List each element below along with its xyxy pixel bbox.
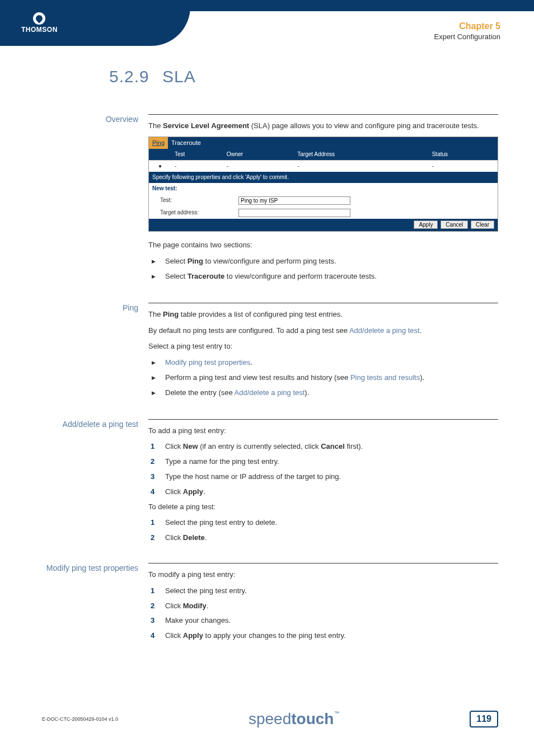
- list-item: 2Type a name for the ping test entry.: [148, 456, 498, 468]
- modify-steps: 1Select the ping test entry. 2Click Modi…: [148, 585, 498, 642]
- section-name: SLA: [162, 67, 196, 86]
- ping-table: Test Owner Target Address Status ● - - -…: [149, 149, 498, 172]
- th-status: Status: [429, 149, 498, 161]
- cell-owner: -: [223, 161, 294, 172]
- label-test: Test:: [160, 196, 238, 205]
- overview-bullets: Select Ping to view/configure and perfor…: [148, 256, 498, 283]
- table-row[interactable]: ● - - - -: [149, 161, 498, 172]
- del-steps: 1Select the ping test entry to delete. 2…: [148, 517, 498, 544]
- side-label-modify: Modify ping test properties: [42, 563, 148, 645]
- instruction-bar: Specify following properties and click '…: [149, 172, 498, 183]
- modify-intro: To modify a ping test entry:: [148, 569, 498, 581]
- th-owner: Owner: [223, 149, 294, 161]
- brand: speedtouch™: [249, 710, 340, 728]
- section-modify: Modify ping test properties To modify a …: [42, 563, 498, 645]
- chapter-subtitle: Expert Configuration: [434, 32, 500, 41]
- add-intro: To add a ping test entry:: [148, 425, 498, 437]
- doc-id: E-DOC-CTC-20050429-0104 v1.0: [42, 716, 118, 722]
- cell-status: -: [429, 161, 498, 172]
- section-adddelete: Add/delete a ping test To add a ping tes…: [42, 419, 498, 547]
- side-label-ping: Ping: [42, 303, 148, 403]
- chapter-block: Chapter 5 Expert Configuration: [434, 21, 500, 41]
- overview-body: The Service Level Agreement (SLA) page a…: [148, 114, 498, 287]
- button-row: Apply Cancel Clear: [149, 219, 498, 231]
- page-title: 5.2.9SLA: [109, 67, 498, 86]
- th-test: Test: [171, 149, 223, 161]
- ping-p1: The Ping table provides a list of config…: [148, 309, 498, 321]
- ping-bullets: Modify ping test properties. Perform a p…: [148, 357, 498, 398]
- label-target: Target address:: [160, 208, 238, 217]
- link-results[interactable]: Ping tests and results: [350, 373, 420, 382]
- ping-p2: By default no ping tests are configured.…: [148, 325, 498, 337]
- link-add-delete-2[interactable]: Add/delete a ping test: [235, 388, 305, 397]
- cancel-button[interactable]: Cancel: [441, 220, 468, 229]
- th-target: Target Address: [294, 149, 428, 161]
- list-item: 1Select the ping test entry.: [148, 585, 498, 597]
- list-item: 3Type the host name or IP address of the…: [148, 471, 498, 483]
- list-item: 2Click Delete.: [148, 532, 498, 544]
- adddelete-body: To add a ping test entry: 1Click New (if…: [148, 419, 498, 547]
- apply-button[interactable]: Apply: [414, 220, 438, 229]
- list-item: Delete the entry (see Add/delete a ping …: [148, 387, 498, 399]
- overview-after: The page contains two sections:: [148, 240, 498, 251]
- form-row-test: Test:: [149, 194, 498, 206]
- form-row-target: Target address:: [149, 206, 498, 219]
- list-item: 2Click Modify.: [148, 600, 498, 612]
- logo-text: THOMSON: [21, 26, 58, 34]
- row-radio[interactable]: ●: [149, 161, 171, 172]
- tab-ping[interactable]: Ping: [149, 137, 168, 149]
- section-ping: Ping The Ping table provides a list of c…: [42, 303, 498, 403]
- logo-icon: [33, 12, 45, 25]
- list-item: 1Select the ping test entry to delete.: [148, 517, 498, 529]
- side-label-adddelete: Add/delete a ping test: [42, 419, 148, 547]
- logo: THOMSON: [21, 12, 58, 34]
- brand-tm: ™: [334, 710, 339, 716]
- ping-p3: Select a ping test entry to:: [148, 341, 498, 353]
- overview-intro: The Service Level Agreement (SLA) page a…: [148, 120, 498, 132]
- chapter-title: Chapter 5: [434, 21, 500, 31]
- brand-bold: touch: [291, 710, 334, 727]
- list-item: 4Click Apply.: [148, 486, 498, 498]
- section-overview: Overview The Service Level Agreement (SL…: [42, 114, 498, 287]
- modify-body: To modify a ping test entry: 1Select the…: [148, 563, 498, 645]
- list-item: Perform a ping test and view test result…: [148, 372, 498, 384]
- side-label-overview: Overview: [42, 114, 148, 287]
- cell-test: -: [171, 161, 223, 172]
- list-item: Select Traceroute to view/configure and …: [148, 271, 498, 283]
- link-modify[interactable]: Modify ping test properties: [165, 358, 250, 367]
- new-test-label: New test:: [149, 183, 498, 194]
- target-input[interactable]: [238, 209, 350, 217]
- ping-body: The Ping table provides a list of config…: [148, 303, 498, 403]
- test-input[interactable]: [238, 196, 350, 205]
- link-add-delete[interactable]: Add/delete a ping test: [349, 326, 420, 335]
- tab-traceroute[interactable]: Traceroute: [168, 137, 204, 149]
- add-steps: 1Click New (if an entry is currently sel…: [148, 441, 498, 497]
- footer: E-DOC-CTC-20050429-0104 v1.0 speedtouch™…: [42, 710, 498, 728]
- page-number: 119: [470, 711, 498, 727]
- th-blank: [149, 149, 171, 161]
- content: 5.2.9SLA Overview The Service Level Agre…: [42, 67, 498, 661]
- section-number: 5.2.9: [109, 67, 162, 86]
- list-item: 3Make your changes.: [148, 615, 498, 627]
- brand-light: speed: [249, 710, 291, 727]
- tabs: Ping Traceroute: [149, 137, 498, 149]
- list-item: Modify ping test properties.: [148, 357, 498, 369]
- list-item: Select Ping to view/configure and perfor…: [148, 256, 498, 267]
- clear-button[interactable]: Clear: [471, 220, 494, 229]
- del-intro: To delete a ping test:: [148, 501, 498, 513]
- list-item: 1Click New (if an entry is currently sel…: [148, 441, 498, 453]
- cell-target: -: [294, 161, 428, 172]
- sla-screenshot: Ping Traceroute Test Owner Target Addres…: [148, 137, 498, 232]
- list-item: 4Click Apply to apply your changes to th…: [148, 630, 498, 642]
